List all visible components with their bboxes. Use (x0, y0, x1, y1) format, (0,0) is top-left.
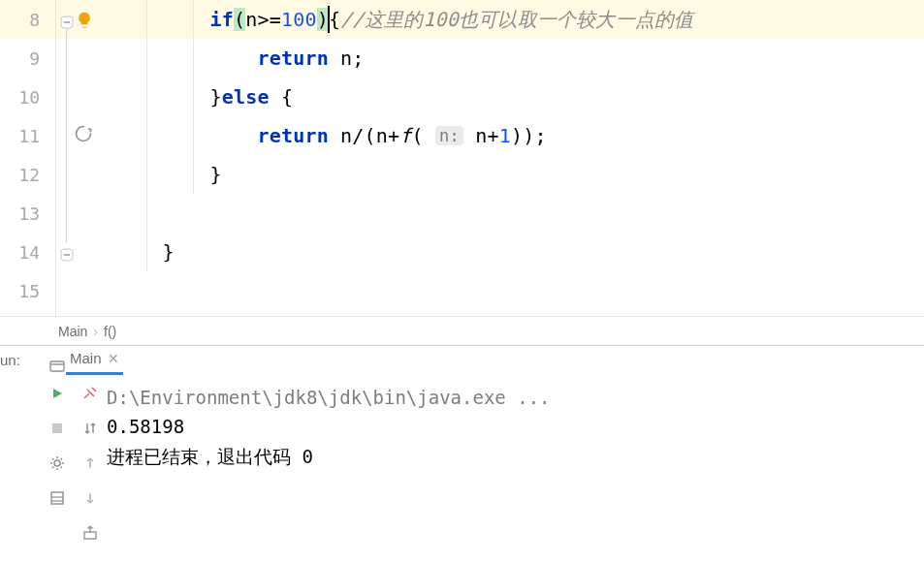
svg-rect-7 (52, 423, 62, 433)
line-number: 9 (0, 39, 55, 78)
gutter-icon-row (56, 0, 110, 39)
recursive-call-icon[interactable] (74, 124, 93, 147)
code-line[interactable]: } (110, 233, 924, 271)
gutter-icons (56, 0, 110, 316)
breadcrumb[interactable]: Main › f() (0, 316, 924, 345)
pin-icon[interactable] (81, 385, 99, 406)
code-line[interactable]: return n; (110, 39, 924, 78)
line-number-gutter: 8 9 10 11 12 13 14 15 (0, 0, 56, 316)
line-number: 12 (0, 155, 55, 194)
keyword-return: return (257, 47, 328, 70)
line-number: 14 (0, 233, 55, 271)
close-icon[interactable]: ✕ (108, 351, 119, 366)
keyword-return: return (257, 124, 328, 147)
gutter-icon-row (56, 233, 110, 271)
svg-point-8 (54, 460, 60, 466)
parameter-hint: n: (435, 126, 463, 145)
code-editor[interactable]: 8 9 10 11 12 13 14 15 (0, 0, 924, 316)
layout-icon[interactable] (48, 489, 66, 511)
breadcrumb-item[interactable]: Main (58, 324, 87, 339)
fold-handle-icon[interactable] (60, 245, 74, 259)
code-area[interactable]: if(n>=100){//这里的100也可以取一个较大一点的值 return n… (110, 0, 924, 316)
line-number: 11 (0, 116, 55, 155)
rerun-icon[interactable] (48, 385, 66, 406)
arrow-up-icon[interactable] (81, 454, 99, 476)
console-output[interactable]: D:\Environment\jdk8\jdk\bin\java.exe ...… (107, 375, 924, 563)
code-line[interactable]: }else { (110, 78, 924, 116)
fold-handle-icon[interactable] (60, 13, 74, 26)
run-actions-secondary (74, 375, 107, 563)
breadcrumb-item[interactable]: f() (104, 324, 116, 339)
svg-rect-12 (84, 532, 96, 539)
run-actions-primary (41, 375, 74, 563)
arrow-down-icon[interactable] (81, 489, 99, 511)
sort-icon[interactable] (81, 420, 99, 441)
run-tab-label: Main (70, 350, 102, 366)
method-call: f (399, 124, 411, 147)
console-exit-line: 进程已结束，退出代码 0 (107, 441, 924, 474)
svg-rect-9 (51, 492, 63, 504)
gutter-icon-row (56, 116, 110, 155)
run-label: un: (0, 346, 41, 563)
run-tab-main[interactable]: Main ✕ (66, 346, 123, 375)
export-icon[interactable] (81, 524, 99, 546)
code-line[interactable]: if(n>=100){//这里的100也可以取一个较大一点的值 (110, 0, 924, 39)
settings-icon[interactable] (48, 454, 66, 476)
chevron-right-icon: › (93, 324, 98, 339)
line-number: 10 (0, 78, 55, 116)
keyword-else: else (222, 85, 270, 109)
application-icon (48, 358, 66, 375)
code-line[interactable]: } (110, 155, 924, 194)
code-line[interactable] (110, 271, 924, 310)
run-tool-window: un: Main ✕ (0, 345, 924, 563)
line-number: 13 (0, 194, 55, 233)
line-number: 8 (0, 0, 55, 39)
console-command-line: D:\Environment\jdk8\jdk\bin\java.exe ... (107, 383, 924, 412)
intention-bulb-icon[interactable] (75, 11, 92, 28)
code-line[interactable]: return n/(n+f( n: n+1)); (110, 116, 924, 155)
code-line[interactable] (110, 194, 924, 233)
console-stdout-line: 0.58198 (107, 412, 924, 441)
keyword-if: if (209, 8, 233, 31)
svg-rect-5 (50, 361, 64, 371)
run-tabs: Main ✕ (41, 346, 924, 375)
line-comment: //这里的100也可以取一个较大一点的值 (340, 7, 693, 33)
stop-icon[interactable] (48, 420, 66, 441)
line-number: 15 (0, 271, 55, 310)
